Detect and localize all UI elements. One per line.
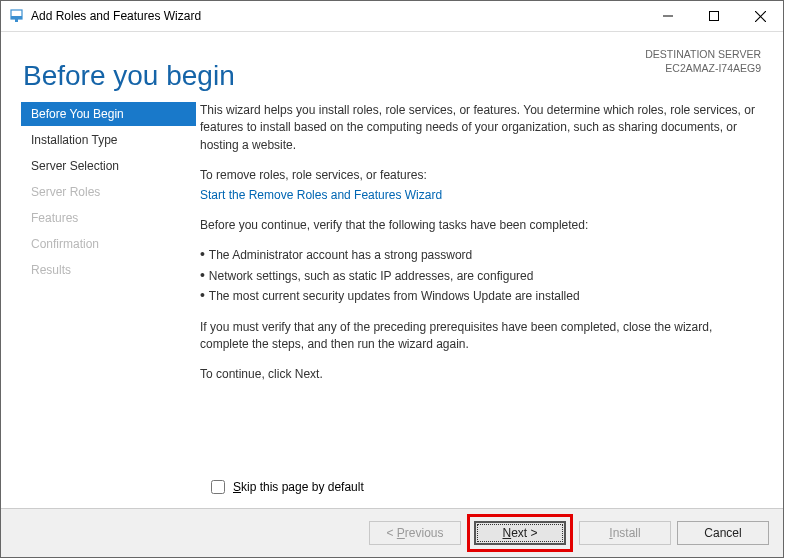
header: Before you begin DESTINATION SERVER EC2A…: [1, 32, 783, 100]
sidebar-item-server-roles: Server Roles: [1, 180, 196, 204]
window-title: Add Roles and Features Wizard: [31, 9, 201, 23]
skip-page-row: Skip this page by default: [1, 480, 783, 508]
sidebar-item-confirmation: Confirmation: [1, 232, 196, 256]
destination-server-info: DESTINATION SERVER EC2AMAZ-I74AEG9: [645, 48, 761, 75]
wizard-window: Add Roles and Features Wizard Before you…: [0, 0, 784, 558]
titlebar: Add Roles and Features Wizard: [1, 1, 783, 32]
close-button[interactable]: [737, 1, 783, 31]
continue-text: To continue, click Next.: [200, 366, 761, 383]
svg-line-6: [755, 11, 766, 22]
footer: < Previous Next > Install Cancel: [1, 508, 783, 557]
skip-page-checkbox[interactable]: [211, 480, 225, 494]
prereq-bullet: The most current security updates from W…: [200, 288, 761, 305]
page-title: Before you begin: [23, 60, 645, 92]
intro-text: This wizard helps you install roles, rol…: [200, 102, 761, 154]
content-area: This wizard helps you install roles, rol…: [196, 100, 783, 480]
cancel-button[interactable]: Cancel: [677, 521, 769, 545]
install-button: Install: [579, 521, 671, 545]
prereq-bullets: The Administrator account has a strong p…: [200, 247, 761, 305]
sidebar-item-before-you-begin[interactable]: Before You Begin: [21, 102, 196, 126]
must-verify-text: If you must verify that any of the prece…: [200, 319, 761, 354]
next-button-highlight: Next >: [467, 514, 573, 552]
svg-line-5: [755, 11, 766, 22]
skip-page-label[interactable]: Skip this page by default: [233, 480, 364, 494]
previous-button: < Previous: [369, 521, 461, 545]
remove-roles-link[interactable]: Start the Remove Roles and Features Wiza…: [200, 188, 442, 202]
verify-label: Before you continue, verify that the fol…: [200, 217, 761, 234]
next-button[interactable]: Next >: [474, 521, 566, 545]
prereq-bullet: The Administrator account has a strong p…: [200, 247, 761, 264]
destination-server-label: DESTINATION SERVER: [645, 48, 761, 62]
server-manager-icon: [9, 8, 25, 24]
minimize-button[interactable]: [645, 1, 691, 31]
svg-rect-2: [15, 19, 18, 22]
prereq-bullet: Network settings, such as static IP addr…: [200, 268, 761, 285]
sidebar-item-features: Features: [1, 206, 196, 230]
maximize-button[interactable]: [691, 1, 737, 31]
wizard-steps-sidebar: Before You Begin Installation Type Serve…: [1, 100, 196, 480]
destination-server-name: EC2AMAZ-I74AEG9: [645, 62, 761, 76]
svg-rect-4: [710, 12, 719, 21]
remove-label: To remove roles, role services, or featu…: [200, 167, 761, 184]
sidebar-item-server-selection[interactable]: Server Selection: [1, 154, 196, 178]
body: Before You Begin Installation Type Serve…: [1, 100, 783, 480]
sidebar-item-installation-type[interactable]: Installation Type: [1, 128, 196, 152]
svg-rect-1: [11, 16, 22, 19]
sidebar-item-results: Results: [1, 258, 196, 282]
